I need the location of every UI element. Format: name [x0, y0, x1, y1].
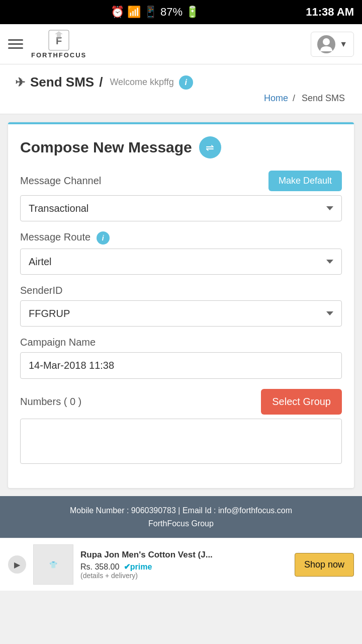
svg-point-3 — [323, 38, 330, 45]
status-bar: ⏰ 📶 📱 87% 🔋 11:38 AM — [0, 0, 362, 24]
breadcrumb-separator: / — [99, 74, 103, 90]
card-title: Compose New Message — [20, 139, 192, 156]
campaign-name-label: Campaign Name — [20, 337, 96, 348]
footer-separator: | — [178, 506, 183, 515]
message-route-label: Message Route i — [20, 231, 110, 245]
battery-percent: 87% — [160, 6, 183, 19]
user-icon — [320, 37, 332, 51]
logo-name: FORTHFOCUS — [31, 51, 86, 59]
numbers-group: Numbers ( 0 ) Select Group — [20, 389, 342, 466]
signal-icon: 📱 — [144, 6, 157, 19]
breadcrumb-slash: / — [293, 93, 298, 103]
main-card: Compose New Message ⇌ Message Channel Ma… — [8, 122, 354, 488]
numbers-textarea[interactable] — [20, 419, 342, 464]
footer: Mobile Number : 9060390783 | Email Id : … — [0, 496, 362, 538]
logo-icon: F — [48, 29, 70, 51]
home-link[interactable]: Home — [264, 93, 288, 103]
message-route-row: Message Route i — [20, 231, 342, 245]
breadcrumb-nav: Home / Send SMS — [15, 93, 347, 104]
ad-image-placeholder: 👕 — [49, 561, 57, 569]
shuffle-button[interactable]: ⇌ — [199, 136, 221, 158]
hamburger-menu[interactable] — [8, 39, 23, 49]
mobile-label: Mobile Number : — [70, 506, 129, 515]
footer-group-name: ForthFocus Group — [8, 517, 354, 530]
shop-now-button[interactable]: Shop now — [295, 553, 354, 577]
message-channel-select[interactable]: Transactional Promotional — [20, 195, 342, 221]
mobile-number: 9060390783 — [131, 506, 176, 515]
welcome-text: Welcome kkpffg — [110, 77, 173, 88]
navbar-left: F FORTHFOCUS — [8, 29, 86, 59]
hamburger-line3 — [8, 47, 23, 49]
breadcrumb-title: ✈ Send SMS / Welcome kkpffg i — [15, 74, 347, 90]
message-channel-group: Message Channel Make Default Transaction… — [20, 171, 342, 221]
chevron-down-icon: ▼ — [339, 40, 347, 49]
navbar: F FORTHFOCUS ▼ — [0, 24, 362, 64]
hamburger-line1 — [8, 39, 23, 41]
footer-contact: Mobile Number : 9060390783 | Email Id : … — [8, 504, 354, 517]
ad-banner: ▶ 👕 Rupa Jon Men's Cotton Vest (J... Rs.… — [0, 538, 362, 591]
ad-price: Rs. 358.00 — [80, 562, 119, 571]
campaign-name-input[interactable]: 14-Mar-2018 11:38 — [20, 352, 342, 379]
email-address: info@forthfocus.com — [218, 506, 292, 515]
ad-play-button[interactable]: ▶ — [8, 555, 26, 574]
message-channel-label: Message Channel — [20, 175, 101, 187]
ad-price-row: Rs. 358.00 ✔prime — [80, 562, 288, 572]
page-title: Send SMS — [30, 74, 94, 90]
message-channel-row: Message Channel Make Default — [20, 171, 342, 191]
sender-id-label: SenderID — [20, 285, 63, 296]
ad-product-image: 👕 — [33, 544, 73, 585]
user-menu[interactable]: ▼ — [311, 32, 354, 57]
battery-icon: 🔋 — [186, 6, 199, 19]
email-label: Email Id : — [183, 506, 216, 515]
select-group-button[interactable]: Select Group — [261, 389, 342, 415]
send-icon: ✈ — [15, 75, 25, 90]
alarm-icon: ⏰ — [111, 6, 124, 19]
prime-label: ✔prime — [124, 562, 152, 571]
campaign-name-group: Campaign Name 14-Mar-2018 11:38 — [20, 337, 342, 379]
logo: F FORTHFOCUS — [31, 29, 86, 59]
sender-id-select[interactable]: FFGRUP — [20, 300, 342, 327]
info-badge[interactable]: i — [179, 75, 193, 90]
breadcrumb-bar: ✈ Send SMS / Welcome kkpffg i Home / Sen… — [0, 64, 362, 114]
hamburger-line2 — [8, 43, 23, 45]
numbers-row: Numbers ( 0 ) Select Group — [20, 389, 342, 415]
wifi-icon: 📶 — [127, 6, 141, 19]
message-route-select[interactable]: Airtel Vodafone BSNL — [20, 249, 342, 275]
avatar — [317, 35, 335, 53]
make-default-button[interactable]: Make Default — [268, 171, 342, 191]
sender-id-group: SenderID FFGRUP — [20, 285, 342, 327]
status-icons: ⏰ 📶 📱 87% 🔋 — [8, 6, 302, 19]
ad-details: (details + delivery) — [80, 572, 288, 580]
current-page: Send SMS — [302, 93, 345, 103]
card-header: Compose New Message ⇌ — [20, 136, 342, 158]
status-time: 11:38 AM — [306, 6, 354, 19]
message-route-group: Message Route i Airtel Vodafone BSNL — [20, 231, 342, 275]
numbers-label: Numbers ( 0 ) — [20, 396, 81, 408]
route-info-badge[interactable]: i — [97, 231, 110, 245]
ad-content: Rupa Jon Men's Cotton Vest (J... Rs. 358… — [80, 550, 288, 580]
ad-product-title: Rupa Jon Men's Cotton Vest (J... — [80, 550, 288, 560]
